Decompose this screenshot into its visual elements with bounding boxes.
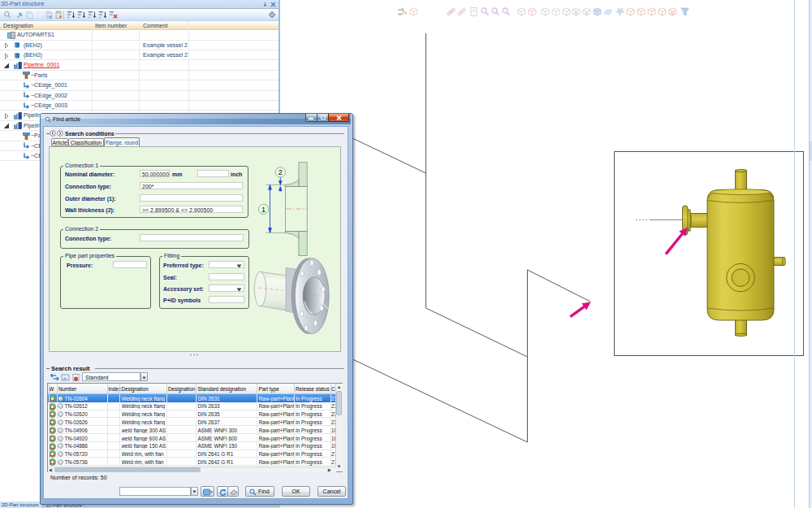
svg-text:2: 2 <box>279 168 283 176</box>
svg-text:1: 1 <box>261 206 266 214</box>
